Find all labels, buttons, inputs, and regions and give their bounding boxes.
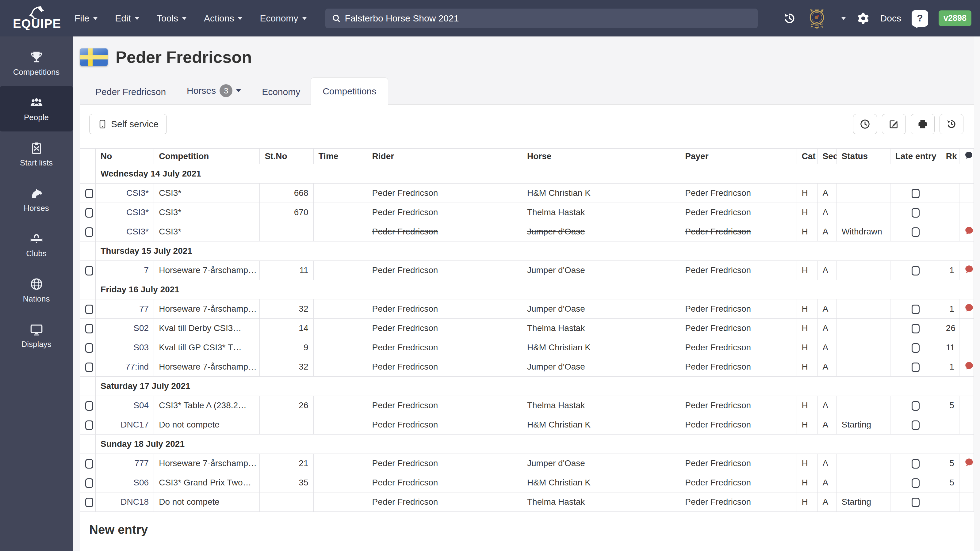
comment-bubble-icon[interactable]	[964, 264, 974, 274]
entry-no-link[interactable]: CSI3*	[126, 188, 149, 198]
row-checkbox[interactable]	[85, 362, 93, 372]
header-cell-rk: Rk	[941, 149, 959, 164]
cell-no: DNC17	[95, 415, 154, 435]
cell-cat: H	[797, 319, 818, 338]
menu-economy[interactable]: Economy	[260, 13, 307, 24]
entry-row: 777Horseware 7-årschamp…21Peder Fredrics…	[80, 454, 974, 473]
cell-no: S06	[95, 473, 154, 492]
tab-peder-fredricson[interactable]: Peder Fredricson	[85, 79, 176, 105]
entry-no-link[interactable]: DNC18	[121, 497, 149, 507]
sidebar-item-horses[interactable]: Horses	[0, 177, 73, 222]
history-button[interactable]	[940, 114, 963, 134]
comment-bubble-icon[interactable]	[964, 303, 974, 313]
row-checkbox[interactable]	[85, 227, 93, 237]
comment-bubble-icon[interactable]	[964, 361, 974, 370]
cell-payer: Peder Fredricson	[680, 299, 797, 319]
row-checkbox[interactable]	[85, 421, 93, 430]
entry-no-link[interactable]: 777	[134, 459, 149, 468]
show-switcher-caret-icon[interactable]	[841, 17, 846, 20]
late-entry-checkbox[interactable]	[912, 459, 920, 468]
menu-edit[interactable]: Edit	[115, 13, 140, 24]
settings-gear-icon[interactable]	[856, 12, 870, 25]
sidebar-item-start-lists[interactable]: Start lists	[0, 132, 73, 177]
sidebar-item-clubs[interactable]: Clubs	[0, 222, 73, 268]
cell-check	[80, 492, 95, 512]
entry-row: S04CSI3* Table A (238.2…26Peder Fredrics…	[80, 396, 974, 415]
late-entry-checkbox[interactable]	[912, 421, 920, 430]
sidebar-item-people[interactable]: People	[0, 86, 73, 132]
search-input[interactable]	[345, 13, 752, 24]
cell-cat: H	[797, 396, 818, 415]
entry-no-link[interactable]: S02	[134, 323, 149, 333]
row-checkbox[interactable]	[85, 401, 93, 411]
row-checkbox[interactable]	[85, 266, 93, 275]
equipe-logo[interactable]: EQUIPE	[9, 6, 65, 31]
tab-competitions[interactable]: Competitions	[310, 78, 388, 105]
cell-stno	[260, 492, 313, 512]
cell-check	[80, 454, 95, 473]
row-checkbox[interactable]	[85, 498, 93, 507]
menu-file[interactable]: File	[75, 13, 98, 24]
entry-no-link[interactable]: S03	[134, 343, 149, 352]
global-search[interactable]	[325, 9, 758, 28]
menu-label: File	[75, 13, 89, 24]
cell-status	[837, 357, 890, 376]
late-entry-checkbox[interactable]	[912, 498, 920, 507]
cell-comment	[959, 203, 974, 222]
undo-history-icon[interactable]	[783, 12, 796, 25]
comment-bubble-icon[interactable]	[964, 457, 974, 467]
clipboard-icon	[29, 141, 43, 155]
entry-no-link[interactable]: 77:ind	[126, 362, 149, 372]
cell-late	[890, 261, 941, 280]
edit-button[interactable]	[882, 114, 906, 134]
caret-down-icon	[135, 17, 140, 20]
late-entry-checkbox[interactable]	[912, 189, 920, 198]
late-entry-checkbox[interactable]	[912, 478, 920, 488]
help-icon[interactable]: ?	[912, 10, 928, 27]
entry-no-link[interactable]: 7	[144, 265, 149, 275]
late-entry-checkbox[interactable]	[912, 401, 920, 411]
entry-row: 77Horseware 7-årschamp…32Peder Fredricso…	[80, 299, 974, 319]
show-crest-logo[interactable]	[807, 7, 827, 30]
sidebar-item-nations[interactable]: Nations	[0, 268, 73, 313]
row-checkbox[interactable]	[85, 343, 93, 353]
late-entry-checkbox[interactable]	[912, 266, 920, 275]
cell-horse: H&M Christian K	[522, 184, 680, 203]
print-button[interactable]	[911, 114, 935, 134]
cell-rk: 5	[941, 454, 959, 473]
late-entry-checkbox[interactable]	[912, 305, 920, 314]
row-checkbox[interactable]	[85, 189, 93, 198]
tab-horses[interactable]: Horses3	[176, 77, 251, 105]
late-entry-checkbox[interactable]	[912, 362, 920, 372]
globe-icon	[29, 277, 43, 291]
row-checkbox[interactable]	[85, 305, 93, 314]
times-button[interactable]	[853, 114, 877, 134]
late-entry-checkbox[interactable]	[912, 227, 920, 237]
vertical-scrollbar[interactable]	[974, 37, 980, 551]
cell-rk	[941, 415, 959, 435]
sidebar-item-competitions[interactable]: Competitions	[0, 41, 73, 86]
docs-link[interactable]: Docs	[880, 13, 901, 24]
menu-tools[interactable]: Tools	[157, 13, 187, 24]
self-service-button[interactable]: Self service	[89, 114, 167, 134]
cell-cat: H	[797, 222, 818, 241]
entry-no-link[interactable]: CSI3*	[126, 208, 149, 217]
entry-no-link[interactable]: DNC17	[121, 420, 149, 429]
cell-rider: Peder Fredricson	[367, 261, 522, 280]
late-entry-checkbox[interactable]	[912, 208, 920, 218]
row-checkbox[interactable]	[85, 478, 93, 488]
menu-actions[interactable]: Actions	[204, 13, 243, 24]
entry-no-link[interactable]: S06	[134, 478, 149, 487]
entry-no-link[interactable]: 77	[139, 304, 149, 313]
row-checkbox[interactable]	[85, 208, 93, 218]
entry-no-link[interactable]: CSI3*	[126, 227, 149, 236]
cell-time	[313, 203, 367, 222]
comment-bubble-icon[interactable]	[964, 226, 974, 235]
late-entry-checkbox[interactable]	[912, 324, 920, 333]
tab-economy[interactable]: Economy	[251, 79, 310, 105]
late-entry-checkbox[interactable]	[912, 343, 920, 353]
row-checkbox[interactable]	[85, 459, 93, 468]
row-checkbox[interactable]	[85, 324, 93, 333]
entry-no-link[interactable]: S04	[134, 400, 149, 410]
sidebar-item-displays[interactable]: Displays	[0, 313, 73, 358]
